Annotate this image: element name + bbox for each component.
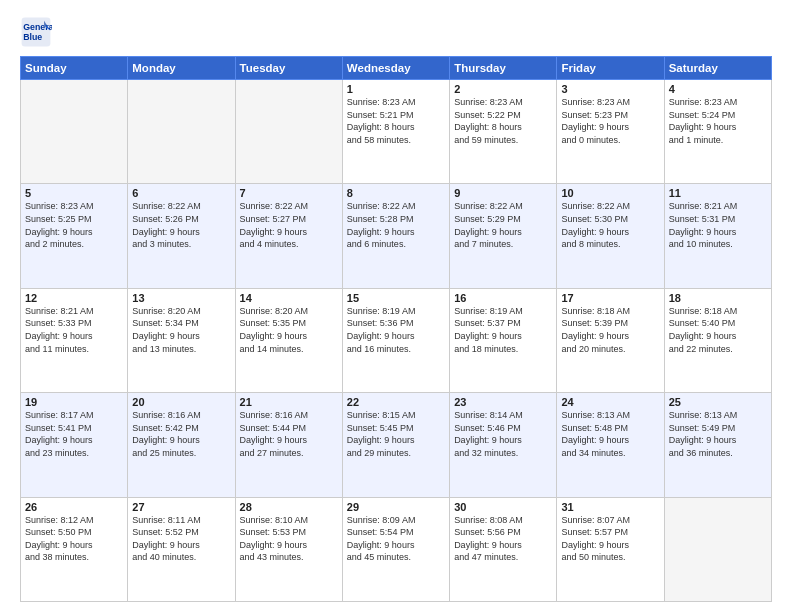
day-number: 10 [561,187,659,199]
calendar-cell: 31Sunrise: 8:07 AM Sunset: 5:57 PM Dayli… [557,497,664,601]
day-number: 9 [454,187,552,199]
day-number: 29 [347,501,445,513]
calendar-cell: 2Sunrise: 8:23 AM Sunset: 5:22 PM Daylig… [450,80,557,184]
day-number: 18 [669,292,767,304]
day-info: Sunrise: 8:23 AM Sunset: 5:22 PM Dayligh… [454,96,552,146]
week-row-2: 5Sunrise: 8:23 AM Sunset: 5:25 PM Daylig… [21,184,772,288]
weekday-header-sunday: Sunday [21,57,128,80]
day-info: Sunrise: 8:21 AM Sunset: 5:31 PM Dayligh… [669,200,767,250]
day-info: Sunrise: 8:15 AM Sunset: 5:45 PM Dayligh… [347,409,445,459]
calendar-cell: 25Sunrise: 8:13 AM Sunset: 5:49 PM Dayli… [664,393,771,497]
day-info: Sunrise: 8:13 AM Sunset: 5:49 PM Dayligh… [669,409,767,459]
day-info: Sunrise: 8:22 AM Sunset: 5:28 PM Dayligh… [347,200,445,250]
calendar-cell: 23Sunrise: 8:14 AM Sunset: 5:46 PM Dayli… [450,393,557,497]
day-number: 26 [25,501,123,513]
day-info: Sunrise: 8:13 AM Sunset: 5:48 PM Dayligh… [561,409,659,459]
calendar-cell: 8Sunrise: 8:22 AM Sunset: 5:28 PM Daylig… [342,184,449,288]
day-info: Sunrise: 8:12 AM Sunset: 5:50 PM Dayligh… [25,514,123,564]
day-info: Sunrise: 8:16 AM Sunset: 5:42 PM Dayligh… [132,409,230,459]
week-row-3: 12Sunrise: 8:21 AM Sunset: 5:33 PM Dayli… [21,288,772,392]
calendar-cell [128,80,235,184]
calendar-cell [664,497,771,601]
day-number: 22 [347,396,445,408]
svg-text:Blue: Blue [23,32,42,42]
day-number: 3 [561,83,659,95]
calendar-cell: 24Sunrise: 8:13 AM Sunset: 5:48 PM Dayli… [557,393,664,497]
day-number: 15 [347,292,445,304]
week-row-1: 1Sunrise: 8:23 AM Sunset: 5:21 PM Daylig… [21,80,772,184]
calendar-cell: 7Sunrise: 8:22 AM Sunset: 5:27 PM Daylig… [235,184,342,288]
logo: General Blue [20,16,56,48]
header: General Blue [20,16,772,48]
day-number: 24 [561,396,659,408]
day-info: Sunrise: 8:22 AM Sunset: 5:30 PM Dayligh… [561,200,659,250]
calendar-cell: 9Sunrise: 8:22 AM Sunset: 5:29 PM Daylig… [450,184,557,288]
calendar-cell: 30Sunrise: 8:08 AM Sunset: 5:56 PM Dayli… [450,497,557,601]
day-info: Sunrise: 8:08 AM Sunset: 5:56 PM Dayligh… [454,514,552,564]
week-row-5: 26Sunrise: 8:12 AM Sunset: 5:50 PM Dayli… [21,497,772,601]
calendar-cell: 6Sunrise: 8:22 AM Sunset: 5:26 PM Daylig… [128,184,235,288]
page: General Blue SundayMondayTuesdayWednesda… [0,0,792,612]
day-info: Sunrise: 8:18 AM Sunset: 5:40 PM Dayligh… [669,305,767,355]
day-number: 28 [240,501,338,513]
day-number: 12 [25,292,123,304]
day-info: Sunrise: 8:22 AM Sunset: 5:26 PM Dayligh… [132,200,230,250]
calendar-cell: 3Sunrise: 8:23 AM Sunset: 5:23 PM Daylig… [557,80,664,184]
day-info: Sunrise: 8:19 AM Sunset: 5:36 PM Dayligh… [347,305,445,355]
weekday-header-friday: Friday [557,57,664,80]
day-info: Sunrise: 8:18 AM Sunset: 5:39 PM Dayligh… [561,305,659,355]
weekday-header-wednesday: Wednesday [342,57,449,80]
calendar-cell: 20Sunrise: 8:16 AM Sunset: 5:42 PM Dayli… [128,393,235,497]
day-info: Sunrise: 8:11 AM Sunset: 5:52 PM Dayligh… [132,514,230,564]
day-number: 19 [25,396,123,408]
day-number: 23 [454,396,552,408]
calendar-cell: 19Sunrise: 8:17 AM Sunset: 5:41 PM Dayli… [21,393,128,497]
day-info: Sunrise: 8:22 AM Sunset: 5:27 PM Dayligh… [240,200,338,250]
day-number: 2 [454,83,552,95]
day-number: 30 [454,501,552,513]
day-info: Sunrise: 8:23 AM Sunset: 5:23 PM Dayligh… [561,96,659,146]
day-number: 11 [669,187,767,199]
calendar-cell: 13Sunrise: 8:20 AM Sunset: 5:34 PM Dayli… [128,288,235,392]
calendar-cell: 28Sunrise: 8:10 AM Sunset: 5:53 PM Dayli… [235,497,342,601]
day-info: Sunrise: 8:19 AM Sunset: 5:37 PM Dayligh… [454,305,552,355]
calendar-cell: 18Sunrise: 8:18 AM Sunset: 5:40 PM Dayli… [664,288,771,392]
calendar-cell: 12Sunrise: 8:21 AM Sunset: 5:33 PM Dayli… [21,288,128,392]
day-number: 16 [454,292,552,304]
weekday-header-monday: Monday [128,57,235,80]
calendar-cell: 11Sunrise: 8:21 AM Sunset: 5:31 PM Dayli… [664,184,771,288]
calendar: SundayMondayTuesdayWednesdayThursdayFrid… [20,56,772,602]
calendar-cell [21,80,128,184]
day-number: 1 [347,83,445,95]
day-number: 21 [240,396,338,408]
day-number: 6 [132,187,230,199]
week-row-4: 19Sunrise: 8:17 AM Sunset: 5:41 PM Dayli… [21,393,772,497]
day-info: Sunrise: 8:09 AM Sunset: 5:54 PM Dayligh… [347,514,445,564]
day-info: Sunrise: 8:22 AM Sunset: 5:29 PM Dayligh… [454,200,552,250]
calendar-cell: 29Sunrise: 8:09 AM Sunset: 5:54 PM Dayli… [342,497,449,601]
calendar-cell: 10Sunrise: 8:22 AM Sunset: 5:30 PM Dayli… [557,184,664,288]
day-info: Sunrise: 8:14 AM Sunset: 5:46 PM Dayligh… [454,409,552,459]
day-number: 31 [561,501,659,513]
day-number: 5 [25,187,123,199]
calendar-cell: 21Sunrise: 8:16 AM Sunset: 5:44 PM Dayli… [235,393,342,497]
calendar-cell: 1Sunrise: 8:23 AM Sunset: 5:21 PM Daylig… [342,80,449,184]
day-number: 4 [669,83,767,95]
weekday-header-row: SundayMondayTuesdayWednesdayThursdayFrid… [21,57,772,80]
day-number: 14 [240,292,338,304]
day-info: Sunrise: 8:23 AM Sunset: 5:21 PM Dayligh… [347,96,445,146]
day-info: Sunrise: 8:17 AM Sunset: 5:41 PM Dayligh… [25,409,123,459]
day-number: 7 [240,187,338,199]
weekday-header-saturday: Saturday [664,57,771,80]
calendar-cell: 5Sunrise: 8:23 AM Sunset: 5:25 PM Daylig… [21,184,128,288]
day-info: Sunrise: 8:20 AM Sunset: 5:34 PM Dayligh… [132,305,230,355]
day-info: Sunrise: 8:23 AM Sunset: 5:24 PM Dayligh… [669,96,767,146]
day-number: 27 [132,501,230,513]
calendar-cell: 4Sunrise: 8:23 AM Sunset: 5:24 PM Daylig… [664,80,771,184]
calendar-cell: 17Sunrise: 8:18 AM Sunset: 5:39 PM Dayli… [557,288,664,392]
weekday-header-thursday: Thursday [450,57,557,80]
day-number: 8 [347,187,445,199]
weekday-header-tuesday: Tuesday [235,57,342,80]
day-info: Sunrise: 8:20 AM Sunset: 5:35 PM Dayligh… [240,305,338,355]
day-info: Sunrise: 8:23 AM Sunset: 5:25 PM Dayligh… [25,200,123,250]
